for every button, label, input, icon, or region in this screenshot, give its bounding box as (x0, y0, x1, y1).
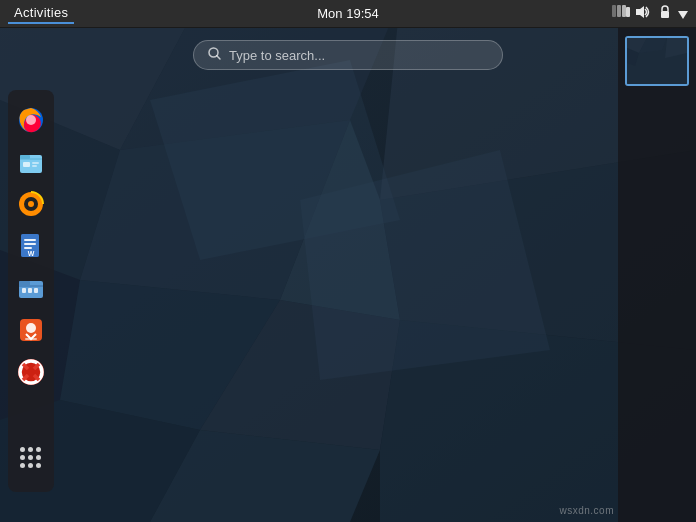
svg-rect-43 (19, 285, 43, 287)
svg-rect-21 (661, 11, 669, 18)
svg-rect-17 (617, 5, 621, 17)
search-icon (208, 47, 221, 63)
svg-rect-31 (32, 165, 37, 167)
topbar-clock: Mon 19:54 (317, 6, 378, 21)
dropdown-arrow-icon[interactable] (678, 6, 688, 22)
dock-item-libreoffice-writer[interactable]: W (13, 228, 49, 264)
svg-rect-19 (626, 7, 630, 17)
topbar-left: Activities (8, 3, 74, 24)
topbar: Activities Mon 19:54 (0, 0, 696, 28)
svg-marker-22 (678, 11, 688, 19)
activities-button[interactable]: Activities (8, 3, 74, 24)
dock-item-rhythmbox[interactable] (13, 186, 49, 222)
svg-rect-49 (25, 338, 37, 340)
dock-item-help[interactable] (13, 354, 49, 390)
dock-item-files[interactable] (13, 144, 49, 180)
grid-dots-icon (20, 447, 42, 469)
topbar-right (612, 5, 688, 22)
svg-point-34 (28, 201, 34, 207)
watermark: wsxdn.com (559, 505, 614, 516)
dock-item-file-manager[interactable] (13, 270, 49, 306)
svg-rect-29 (23, 162, 30, 167)
svg-rect-37 (24, 239, 36, 241)
svg-rect-16 (612, 5, 616, 17)
svg-rect-45 (28, 288, 32, 293)
dock-item-software[interactable] (13, 312, 49, 348)
svg-rect-44 (22, 288, 26, 293)
search-container (193, 40, 503, 70)
svg-rect-28 (20, 155, 30, 159)
svg-rect-30 (32, 162, 39, 164)
svg-point-48 (26, 323, 36, 333)
network-icon[interactable] (612, 5, 630, 22)
svg-line-24 (217, 56, 220, 59)
volume-icon[interactable] (636, 5, 652, 22)
svg-marker-20 (636, 6, 644, 18)
dock: W (8, 90, 54, 492)
desktop-background (0, 0, 696, 522)
svg-rect-18 (622, 5, 626, 17)
svg-rect-39 (24, 247, 32, 249)
search-box[interactable] (193, 40, 503, 70)
svg-rect-38 (24, 243, 36, 245)
svg-text:W: W (28, 250, 35, 257)
workspace-panel (618, 28, 696, 522)
dock-item-firefox[interactable] (13, 102, 49, 138)
app-grid-button[interactable] (13, 440, 49, 476)
svg-rect-46 (34, 288, 38, 293)
search-input[interactable] (229, 48, 488, 63)
system-menu-icon[interactable] (658, 5, 672, 22)
workspace-thumbnail-1[interactable] (625, 36, 689, 86)
svg-point-26 (26, 115, 36, 125)
